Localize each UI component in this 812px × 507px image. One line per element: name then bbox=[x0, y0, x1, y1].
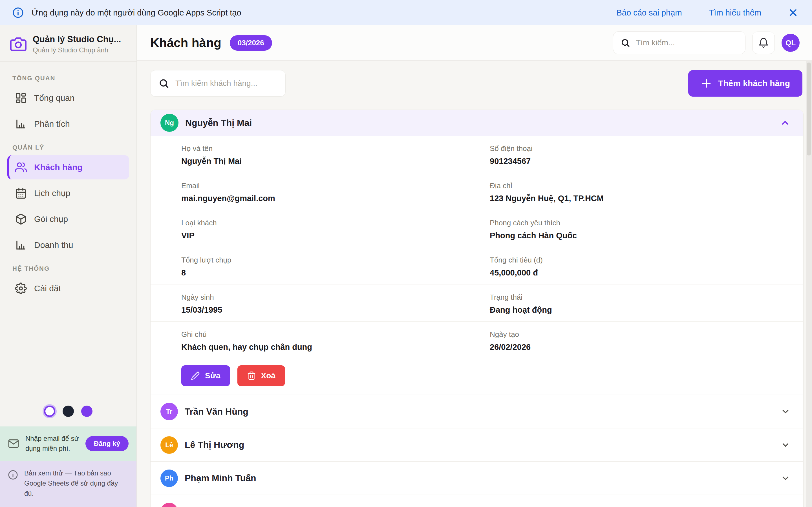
scrollbar-thumb[interactable] bbox=[807, 62, 811, 156]
customer-row-expanded[interactable]: Ng Nguyễn Thị Mai bbox=[151, 110, 803, 136]
sidebar-item-label: Tổng quan bbox=[34, 93, 74, 103]
info-icon bbox=[12, 7, 24, 18]
field-label: Ghi chú bbox=[181, 330, 490, 339]
avatar: Ng bbox=[160, 114, 179, 132]
avatar[interactable]: QL bbox=[781, 34, 800, 52]
field-value: Phong cách Hàn Quốc bbox=[490, 231, 792, 240]
sidebar-item-label: Phân tích bbox=[34, 119, 70, 129]
customer-row[interactable]: Tr Trần Văn Hùng bbox=[151, 395, 803, 428]
preview-note-text: Bản xem thử — Tạo bản sao Google Sheets … bbox=[24, 468, 129, 499]
avatar: Lê bbox=[160, 436, 178, 454]
field-label: Phong cách yêu thích bbox=[490, 219, 792, 227]
sidebar-item-label: Gói chụp bbox=[34, 214, 68, 224]
chevron-down-icon bbox=[781, 473, 790, 483]
field-value: VIP bbox=[181, 231, 490, 240]
learn-more-link[interactable]: Tìm hiểu thêm bbox=[709, 8, 761, 17]
chevron-down-icon bbox=[781, 440, 790, 450]
sidebar-item-doanh-thu[interactable]: Doanh thu bbox=[7, 233, 129, 257]
theme-dot-dark[interactable] bbox=[63, 406, 74, 417]
add-customer-button[interactable]: Thêm khách hàng bbox=[688, 70, 802, 97]
page-title: Khách hàng bbox=[150, 36, 221, 50]
customer-row[interactable]: Võ Võ Thị Lan bbox=[151, 495, 803, 507]
vertical-scrollbar[interactable] bbox=[806, 61, 812, 507]
theme-color-picker bbox=[0, 400, 137, 427]
detail-row: Loại khách VIP Phong cách yêu thích Phon… bbox=[151, 210, 803, 247]
search-icon bbox=[620, 38, 630, 48]
avatar: Ph bbox=[160, 469, 178, 487]
trash-icon bbox=[247, 371, 256, 380]
pencil-icon bbox=[191, 371, 200, 380]
sidebar: Quản lý Studio Chụ... Quản lý Studio Chụ… bbox=[0, 25, 137, 507]
sidebar-item-tong-quan[interactable]: Tổng quan bbox=[7, 86, 129, 110]
customer-name: Lê Thị Hương bbox=[185, 440, 244, 450]
revenue-chart-icon bbox=[15, 239, 27, 251]
field-value: 26/02/2026 bbox=[490, 342, 792, 352]
customer-search[interactable] bbox=[150, 70, 286, 97]
package-icon bbox=[15, 213, 27, 225]
banner-text: Ứng dụng này do một người dùng Google Ap… bbox=[32, 8, 241, 17]
theme-dot-purple[interactable] bbox=[81, 406, 93, 417]
global-search-input[interactable] bbox=[636, 38, 738, 47]
global-search[interactable] bbox=[613, 31, 746, 54]
sidebar-item-phan-tich[interactable]: Phân tích bbox=[7, 112, 129, 136]
delete-button[interactable]: Xoá bbox=[238, 365, 285, 386]
detail-row: Ghi chú Khách quen, hay chụp chân dung N… bbox=[151, 322, 803, 358]
camera-icon bbox=[10, 36, 27, 52]
customer-name: Nguyễn Thị Mai bbox=[185, 118, 252, 128]
sidebar-item-goi-chup[interactable]: Gói chụp bbox=[7, 207, 129, 231]
field-label: Trạng thái bbox=[490, 293, 792, 302]
field-label: Email bbox=[181, 181, 490, 190]
field-label: Tổng lượt chụp bbox=[181, 256, 490, 265]
sidebar-item-khach-hang[interactable]: Khách hàng bbox=[7, 155, 129, 179]
customers-icon bbox=[15, 161, 27, 173]
month-badge: 03/2026 bbox=[230, 35, 272, 51]
section-label-tong-quan: TỔNG QUAN bbox=[12, 75, 129, 82]
field-value: 45,000,000 đ bbox=[490, 268, 792, 277]
app-subtitle: Quản lý Studio Chụp ảnh bbox=[33, 46, 121, 54]
app-logo-header: Quản lý Studio Chụ... Quản lý Studio Chụ… bbox=[0, 25, 137, 62]
main-header: Khách hàng 03/2026 bbox=[137, 25, 812, 61]
field-value: Khách quen, hay chụp chân dung bbox=[181, 342, 490, 352]
chevron-down-icon bbox=[781, 407, 790, 416]
field-label: Ngày sinh bbox=[181, 293, 490, 302]
theme-dot-light[interactable] bbox=[44, 406, 55, 417]
detail-row: Email mai.nguyen@gmail.com Địa chỉ 123 N… bbox=[151, 173, 803, 210]
field-label: Loại khách bbox=[181, 219, 490, 227]
detail-row: Tổng lượt chụp 8 Tổng chi tiêu (đ) 45,00… bbox=[151, 247, 803, 284]
field-value: mai.nguyen@gmail.com bbox=[181, 194, 490, 203]
analytics-icon bbox=[15, 118, 27, 130]
close-icon[interactable] bbox=[788, 8, 798, 17]
notifications-button[interactable] bbox=[752, 32, 775, 54]
edit-button[interactable]: Sửa bbox=[181, 365, 230, 386]
sidebar-item-label: Cài đặt bbox=[34, 284, 61, 293]
section-label-quan-ly: QUẢN LÝ bbox=[12, 144, 129, 151]
search-icon bbox=[158, 78, 169, 89]
email-signup-panel: Nhập email để sử dụng miễn phí. Đăng ký bbox=[0, 427, 137, 461]
customer-name: Phạm Minh Tuấn bbox=[185, 473, 256, 483]
content-area: Thêm khách hàng Ng Nguyễn Thị Mai Họ và … bbox=[137, 61, 812, 507]
report-abuse-link[interactable]: Báo cáo sai phạm bbox=[617, 8, 682, 17]
field-label: Họ và tên bbox=[181, 144, 490, 153]
customer-row[interactable]: Lê Lê Thị Hương bbox=[151, 428, 803, 461]
signup-button[interactable]: Đăng ký bbox=[86, 436, 129, 451]
field-value: 15/03/1995 bbox=[181, 305, 490, 315]
section-label-he-thong: HỆ THỐNG bbox=[12, 265, 129, 272]
field-label: Tổng chi tiêu (đ) bbox=[490, 256, 792, 265]
detail-row: Ngày sinh 15/03/1995 Trạng thái Đang hoạ… bbox=[151, 284, 803, 322]
info-icon bbox=[8, 470, 18, 480]
field-label: Địa chỉ bbox=[490, 181, 792, 190]
gas-warning-banner: Ứng dụng này do một người dùng Google Ap… bbox=[0, 0, 812, 25]
field-label: Ngày tạo bbox=[490, 330, 792, 339]
field-label: Số điện thoại bbox=[490, 144, 792, 153]
customer-list: Ng Nguyễn Thị Mai Họ và tên Nguyễn Thị M… bbox=[150, 110, 804, 507]
dashboard-icon bbox=[15, 92, 27, 104]
customer-search-input[interactable] bbox=[175, 79, 277, 88]
field-value: 8 bbox=[181, 268, 490, 277]
avatar: Võ bbox=[160, 503, 178, 507]
customer-row[interactable]: Ph Phạm Minh Tuấn bbox=[151, 461, 803, 495]
sidebar-item-cai-dat[interactable]: Cài đặt bbox=[7, 276, 129, 300]
sidebar-item-label: Lịch chụp bbox=[34, 188, 70, 198]
sidebar-item-lich-chup[interactable]: Lịch chụp bbox=[7, 181, 129, 205]
preview-note-panel: Bản xem thử — Tạo bản sao Google Sheets … bbox=[0, 461, 137, 507]
sidebar-nav: TỔNG QUAN Tổng quan Phân tích bbox=[0, 62, 137, 302]
